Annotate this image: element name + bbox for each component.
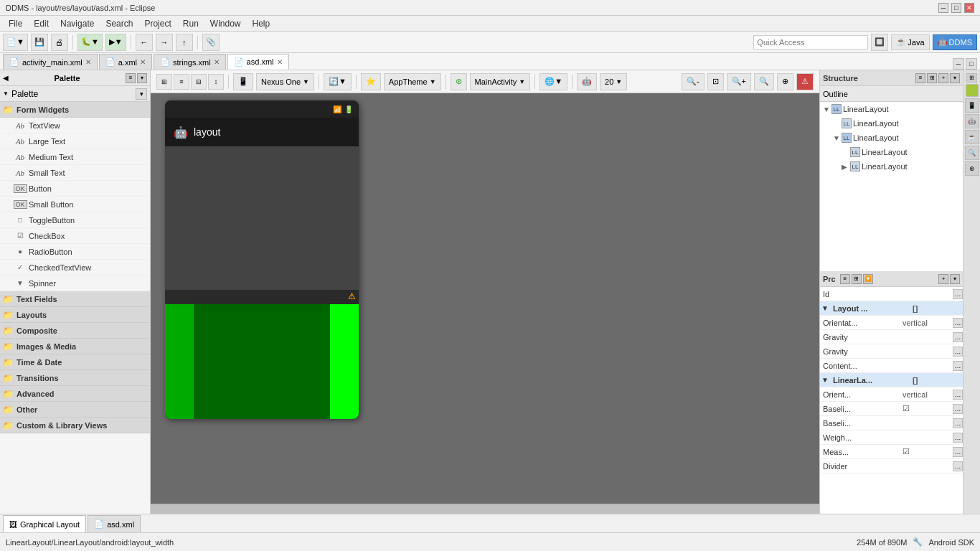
palette-group-layouts[interactable]: 📁 Layouts [0,307,150,323]
side-icon-2[interactable] [966,84,979,97]
palette-group-other[interactable]: 📁 Other [0,402,150,418]
tab-close-0[interactable]: ✕ [85,58,91,66]
structure-menu-btn[interactable]: ▾ [950,73,960,83]
palette-item-checkbox[interactable]: ☑ CheckBox [0,228,150,244]
tree-item-grand2[interactable]: ▶ LL LinearLayout [820,159,963,174]
canvas-scrollbar-h[interactable] [151,504,819,514]
rotate-btn[interactable]: 🔄▼ [324,73,352,90]
new-button[interactable]: 📄▼ [3,34,28,51]
bottom-tab-asd-xml[interactable]: 📄 asd.xml [88,515,141,532]
menu-edit[interactable]: Edit [28,17,55,30]
menu-search[interactable]: Search [100,17,138,30]
device-selector[interactable]: Nexus One ▼ [256,73,314,90]
palette-item-small-text[interactable]: Ab Small Text [0,165,150,181]
palette-item-button[interactable]: OK Button [0,181,150,197]
tab-close-3[interactable]: ✕ [277,58,283,66]
prop-edit-id[interactable]: … [953,289,963,299]
quick-access-input[interactable] [753,35,868,50]
device-content-upper[interactable] [165,146,359,290]
toolbar-extra[interactable]: 📎 [202,34,220,51]
prop-edit-orientation[interactable]: … [953,318,963,328]
tree-expand-grand2[interactable]: ▶ [842,163,849,171]
palette-item-textview[interactable]: Ab TextView [0,118,150,133]
linearlayout-section-expand[interactable]: ▼ [821,376,830,384]
palette-group-time-date[interactable]: 📁 Time & Date [0,354,150,370]
menu-help[interactable]: Help [247,17,276,30]
zoom-in-btn[interactable]: 🔍+ [727,73,751,90]
menu-run[interactable]: Run [177,17,204,30]
menu-window[interactable]: Window [204,17,247,30]
side-icon-3[interactable]: 📱 [965,98,979,113]
toolbar-icon-btn-1[interactable]: 🔲 [871,34,888,51]
tab-maximize-btn[interactable]: □ [966,58,977,70]
palette-item-spinner[interactable]: ▼ Spinner [0,276,150,291]
tab-a-xml[interactable]: 📄 a.xml ✕ [99,54,152,70]
view-xml-btn[interactable]: ≡ [174,74,189,90]
props-menu-btn[interactable]: ▾ [950,274,960,284]
view-orientation-btn[interactable]: ↕ [208,74,224,90]
props-sort-btn[interactable]: ≡ [840,274,850,284]
prop-section-layout[interactable]: ▼ Layout ... [] [820,301,963,316]
tab-activity-main[interactable]: 📄 activity_main.xml ✕ [3,54,98,70]
tree-item-child1[interactable]: LL LinearLayout [820,116,963,131]
navigate-forward[interactable]: → [156,34,173,51]
view-layout-params-btn[interactable]: ⊟ [191,74,207,90]
zoom-out-btn-2[interactable]: 🔍 [754,73,774,90]
palette-view-btn[interactable]: ▾ [137,73,147,83]
side-icon-7[interactable]: ⊕ [965,161,979,176]
close-button[interactable]: ✕ [964,3,974,13]
tab-strings-xml[interactable]: 📄 strings.xml ✕ [154,54,226,70]
structure-layout-btn[interactable]: ⊞ [927,73,937,83]
api-icon-btn[interactable]: 🤖 [577,73,597,90]
palette-group-images-media[interactable]: 📁 Images & Media [0,339,150,354]
prop-edit-divider[interactable]: … [953,461,963,471]
palette-group-text-fields[interactable]: 📁 Text Fields [0,291,150,307]
navigate-up[interactable]: ↑ [176,34,193,51]
canvas-content[interactable]: 📶 🔋 🤖 layout ⚠ [151,93,819,504]
debug-button[interactable]: 🐛▼ [77,34,103,51]
render-btn[interactable]: ⚠ [796,73,814,90]
palette-collapse-btn[interactable]: ◀ [3,74,9,82]
theme-selector[interactable]: AppTheme ▼ [384,73,441,90]
activity-selector[interactable]: MainActivity ▼ [470,73,531,90]
ddms-perspective-btn[interactable]: 🤖 DDMS [933,34,977,50]
palette-group-palette[interactable]: ▼ Palette ▾ [0,86,150,102]
java-perspective-btn[interactable]: ☕ Java [891,34,929,50]
palette-item-large-text[interactable]: Ab Large Text [0,133,150,149]
palette-group-composite[interactable]: 📁 Composite [0,323,150,339]
menu-navigate[interactable]: Navigate [55,17,100,30]
tree-expand-root[interactable]: ▼ [823,105,830,113]
tree-item-root[interactable]: ▼ LL LinearLayout [820,102,963,116]
palette-item-checkedtextview[interactable]: ✓ CheckedTextView [0,260,150,276]
side-icon-6[interactable]: 🔍 [965,146,979,160]
device-content-lower[interactable]: ⚠ ⚠ [165,290,359,419]
prop-edit-weight[interactable]: … [953,433,963,443]
zoom-out-btn[interactable]: 🔍- [682,73,705,90]
prop-edit-content[interactable]: … [953,361,963,371]
bottom-tab-graphical[interactable]: 🖼 Graphical Layout [3,515,86,532]
prop-edit-orient[interactable]: … [953,390,963,400]
menu-file[interactable]: File [3,17,28,30]
tab-close-2[interactable]: ✕ [214,58,220,66]
palette-item-small-button[interactable]: OK Small Button [0,197,150,212]
zoom-fit-btn[interactable]: ⊡ [707,73,724,90]
view-layout-btn[interactable]: ⊞ [156,74,172,90]
palette-group-transitions[interactable]: 📁 Transitions [0,370,150,386]
prop-edit-baseli1[interactable]: … [953,404,963,414]
zoom-in-btn-2[interactable]: ⊕ [777,73,793,90]
api-selector[interactable]: 20 ▼ [600,73,627,90]
palette-item-medium-text[interactable]: Ab Medium Text [0,149,150,165]
navigate-back[interactable]: ← [136,34,153,51]
menu-project[interactable]: Project [138,17,176,30]
palette-menu-btn[interactable]: ▾ [136,88,147,100]
prop-edit-gravity2[interactable]: … [953,347,963,357]
prop-edit-gravity1[interactable]: … [953,332,963,342]
tree-item-grand1[interactable]: LL LinearLayout [820,145,963,159]
theme-icon-btn[interactable]: ⭐ [361,73,381,90]
palette-group-form-widgets[interactable]: 📁 Form Widgets [0,102,150,118]
window-controls[interactable]: ─ □ ✕ [938,3,974,13]
tree-item-child2[interactable]: ▼ LL LinearLayout [820,131,963,145]
run-button[interactable]: ▶▼ [105,34,126,51]
print-button[interactable]: 🖨 [51,34,68,51]
activity-icon-btn[interactable]: ⊛ [451,73,467,90]
